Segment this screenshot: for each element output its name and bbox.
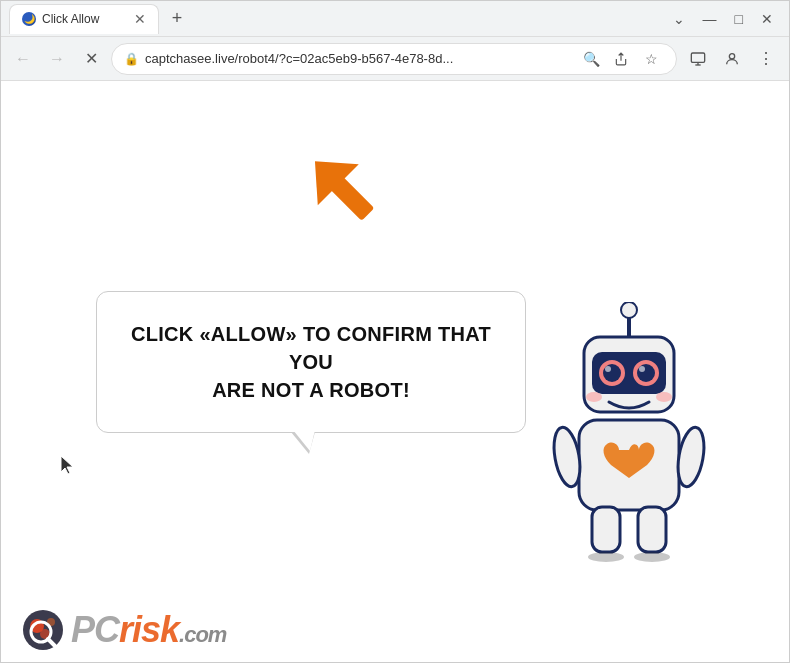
svg-rect-21 xyxy=(592,507,620,552)
toolbar-actions: ⋮ xyxy=(683,44,781,74)
minimize-button[interactable]: — xyxy=(703,11,717,27)
tab-favicon: 🌙 xyxy=(22,12,36,26)
window-controls: ⌄ — □ ✕ xyxy=(673,11,781,27)
svg-point-7 xyxy=(621,302,637,318)
svg-point-3 xyxy=(729,53,734,58)
browser-window: 🌙 Click Allow ✕ + ⌄ — □ ✕ ← → ✕ 🔒 captch… xyxy=(0,0,790,663)
speech-bubble: CLICK «ALLOW» TO CONFIRM THAT YOU ARE NO… xyxy=(96,291,526,433)
browser-tab[interactable]: 🌙 Click Allow ✕ xyxy=(9,4,159,34)
svg-point-24 xyxy=(634,552,670,562)
arrow-pointer xyxy=(291,141,411,251)
forward-button[interactable]: → xyxy=(43,45,71,73)
share-icon[interactable] xyxy=(608,46,634,72)
back-button[interactable]: ← xyxy=(9,45,37,73)
svg-point-11 xyxy=(603,364,621,382)
title-bar: 🌙 Click Allow ✕ + ⌄ — □ ✕ xyxy=(1,1,789,37)
url-bar[interactable]: 🔒 captchasee.live/robot4/?c=02ac5eb9-b56… xyxy=(111,43,677,75)
tab-close-button[interactable]: ✕ xyxy=(134,12,146,26)
bookmark-icon[interactable]: ☆ xyxy=(638,46,664,72)
svg-rect-0 xyxy=(691,53,704,62)
close-window-button[interactable]: ✕ xyxy=(761,11,773,27)
robot-image xyxy=(529,302,729,582)
reload-button[interactable]: ✕ xyxy=(77,45,105,73)
svg-point-17 xyxy=(656,392,672,402)
tab-title: Click Allow xyxy=(42,12,128,26)
new-tab-button[interactable]: + xyxy=(163,5,191,33)
maximize-button[interactable]: □ xyxy=(735,11,743,27)
mouse-cursor xyxy=(61,456,73,474)
pcrisk-icon xyxy=(21,608,65,652)
profile-icon[interactable] xyxy=(717,44,747,74)
menu-icon[interactable]: ⋮ xyxy=(751,44,781,74)
url-actions: 🔍 ☆ xyxy=(578,46,664,72)
url-text: captchasee.live/robot4/?c=02ac5eb9-b567-… xyxy=(145,51,572,66)
chevron-down-icon[interactable]: ⌄ xyxy=(673,11,685,27)
lock-icon: 🔒 xyxy=(124,52,139,66)
search-icon[interactable]: 🔍 xyxy=(578,46,604,72)
bubble-text: CLICK «ALLOW» TO CONFIRM THAT YOU ARE NO… xyxy=(127,320,495,404)
page-content: CLICK «ALLOW» TO CONFIRM THAT YOU ARE NO… xyxy=(1,81,789,662)
svg-rect-22 xyxy=(638,507,666,552)
svg-point-23 xyxy=(588,552,624,562)
pcrisk-watermark: PCrisk.com xyxy=(21,608,226,652)
svg-point-16 xyxy=(586,392,602,402)
svg-point-14 xyxy=(637,364,655,382)
svg-point-12 xyxy=(605,366,611,372)
svg-point-15 xyxy=(639,366,645,372)
pcrisk-text: PCrisk.com xyxy=(71,609,226,651)
extensions-icon[interactable] xyxy=(683,44,713,74)
address-bar: ← → ✕ 🔒 captchasee.live/robot4/?c=02ac5e… xyxy=(1,37,789,81)
